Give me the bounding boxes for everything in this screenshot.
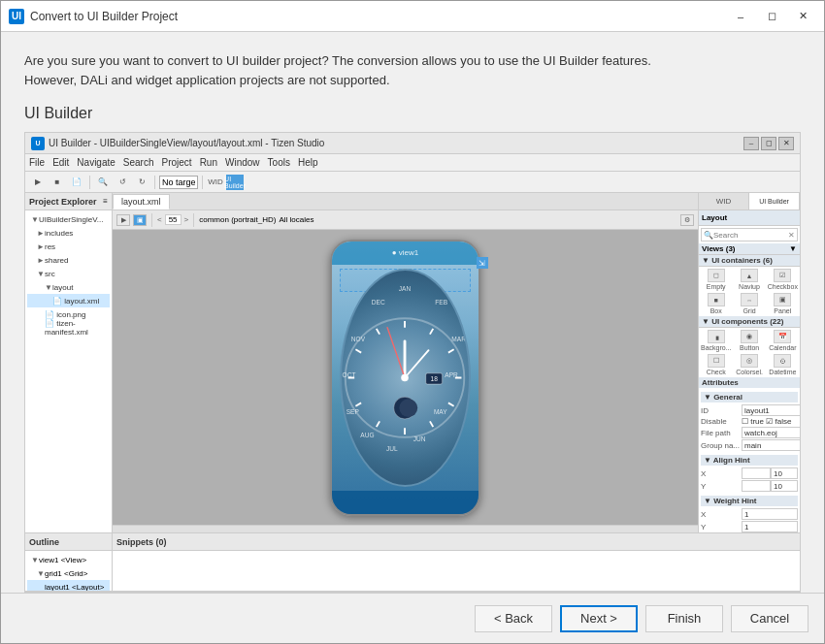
- zoom-left[interactable]: <: [157, 215, 162, 224]
- groupname-row: Group na...: [701, 439, 798, 451]
- screenshot-container: U UI Builder - UIBuilderSingleView/layou…: [24, 132, 801, 592]
- comp-check[interactable]: ☐Check: [700, 353, 733, 376]
- comp-checkbox[interactable]: ☑Checkbox: [767, 268, 799, 291]
- inner-maximize[interactable]: ◻: [761, 137, 776, 150]
- canvas-btn-pointer[interactable]: ▶: [116, 214, 130, 226]
- question-text: Are you sure you want to convert to UI b…: [24, 51, 801, 89]
- title-bar: UI Convert to UI Builder Project – ◻ ✕: [1, 1, 824, 32]
- views-expand-icon[interactable]: ▼: [789, 244, 797, 253]
- inner-close[interactable]: ✕: [778, 137, 794, 150]
- weight-x-input[interactable]: [742, 508, 798, 520]
- align-x-val[interactable]: [771, 467, 798, 479]
- toolbar-btn-6[interactable]: ↻: [133, 175, 150, 190]
- weight-y-input[interactable]: [742, 521, 798, 532]
- pe-menu-icon[interactable]: ≡: [103, 197, 108, 206]
- menu-search[interactable]: Search: [123, 157, 154, 168]
- inner-window: U UI Builder - UIBuilderSingleView/layou…: [25, 133, 800, 591]
- comp-naviup[interactable]: ▲Naviup: [733, 268, 765, 291]
- canvas-area: ● view1 J: [113, 230, 698, 525]
- title-bar-controls: – ◻ ✕: [727, 7, 816, 26]
- comp-calendar[interactable]: 📅Calendar: [767, 329, 799, 352]
- tab-wid[interactable]: WID: [699, 193, 749, 209]
- outline-view1: ▼ view1 <View>: [27, 553, 110, 566]
- comp-grid[interactable]: ⎓Grid: [733, 292, 765, 315]
- menu-navigate[interactable]: Navigate: [77, 157, 115, 168]
- ui-components-header[interactable]: ▼ UI components (22): [699, 316, 800, 328]
- toolbar-btn-1[interactable]: ▶: [29, 175, 47, 190]
- id-input[interactable]: [742, 404, 800, 416]
- toolbar-btn-5[interactable]: ↺: [114, 175, 131, 190]
- menu-help[interactable]: Help: [298, 157, 318, 168]
- comp-button[interactable]: ◉Button: [734, 329, 766, 352]
- inner-window-icon: U: [31, 137, 45, 150]
- menu-tools[interactable]: Tools: [268, 157, 290, 168]
- ui-containers-header[interactable]: ▼ UI containers (6): [699, 255, 800, 267]
- tree-layout: ▼ layout: [27, 280, 110, 294]
- align-x-input[interactable]: [742, 467, 771, 479]
- svg-line-14: [430, 328, 433, 334]
- resize-handle[interactable]: ⇲: [477, 257, 488, 269]
- snippets-panel: Snippets (0): [113, 533, 800, 591]
- inner-minimize[interactable]: –: [743, 137, 759, 150]
- zoom-right[interactable]: >: [184, 215, 189, 224]
- project-tree: ▼ UIBuilderSingleV... ► includes ► res: [25, 210, 112, 532]
- groupname-input[interactable]: [742, 439, 800, 451]
- comp-datetime[interactable]: ⏲Datetime: [767, 353, 799, 376]
- svg-line-26: [405, 350, 429, 377]
- comp-box[interactable]: ■Box: [700, 292, 732, 315]
- minimize-button[interactable]: –: [727, 7, 754, 26]
- target-input[interactable]: [159, 176, 198, 189]
- comp-background[interactable]: ▗Backgro...: [700, 329, 733, 352]
- search-clear-icon[interactable]: ✕: [788, 231, 795, 240]
- toolbar-btn-3[interactable]: 📄: [68, 175, 85, 190]
- layout-section-header: Layout: [699, 210, 800, 226]
- weight-hint-header: ▼ Weight Hint: [701, 496, 798, 506]
- tree-layout-xml[interactable]: 📄 layout.xml: [27, 294, 110, 307]
- align-y-input[interactable]: [742, 480, 771, 492]
- align-hint-header: ▼ Align Hint: [701, 455, 798, 466]
- weight-x-row: X: [701, 508, 798, 520]
- align-y-val[interactable]: [771, 480, 798, 492]
- right-panel: WID UI Builder Layout 🔍 ✕: [698, 193, 800, 532]
- menu-project[interactable]: Project: [162, 157, 192, 168]
- next-button[interactable]: Next >: [560, 605, 638, 632]
- align-y-row: Y: [701, 480, 798, 492]
- filepath-input[interactable]: [742, 427, 800, 438]
- toolbar-btn-7[interactable]: WID: [207, 175, 224, 190]
- menu-file[interactable]: File: [29, 157, 45, 168]
- menu-run[interactable]: Run: [200, 157, 217, 168]
- disable-row: Disable ☐ true ☑ false: [701, 417, 798, 426]
- finish-button[interactable]: Finish: [645, 605, 723, 632]
- horizontal-scrollbar[interactable]: [113, 525, 698, 532]
- ui-containers-grid: ◻Empty ▲Naviup ☑Checkbox ■Box ⎓Grid ▣Pan…: [699, 267, 800, 316]
- back-button[interactable]: < Back: [475, 605, 552, 632]
- tree-manifest: 📄 tizen-manifest.xml: [27, 321, 110, 335]
- toolbar-btn-2[interactable]: ■: [49, 175, 66, 190]
- weight-y-row: Y: [701, 521, 798, 532]
- align-hint-section: ▼ Align Hint X Y: [701, 455, 798, 492]
- canvas-btn-settings[interactable]: ⚙: [680, 214, 694, 226]
- search-bar: 🔍 ✕: [701, 228, 798, 242]
- cancel-button[interactable]: Cancel: [731, 605, 808, 632]
- tab-ui-builder[interactable]: UI Builder: [749, 193, 800, 209]
- watch-footer: [332, 491, 478, 514]
- comp-colorsel[interactable]: ◎Colorsel.: [734, 353, 766, 376]
- toolbar-separator-3: [202, 176, 203, 189]
- outline-layout1[interactable]: layout1 <Layout>: [27, 580, 110, 592]
- content-area: Are you sure you want to convert to UI b…: [1, 32, 824, 592]
- search-input[interactable]: [713, 231, 788, 240]
- menu-edit[interactable]: Edit: [52, 157, 69, 168]
- toolbar-btn-4[interactable]: 🔍: [94, 175, 112, 190]
- tree-shared: ► shared: [27, 253, 110, 267]
- align-x-row: X: [701, 467, 798, 479]
- search-icon: 🔍: [704, 231, 713, 240]
- menu-window[interactable]: Window: [225, 157, 260, 168]
- canvas-btn-select[interactable]: ▣: [133, 214, 147, 226]
- comp-panel[interactable]: ▣Panel: [767, 292, 799, 315]
- svg-line-24: [377, 328, 380, 334]
- maximize-button[interactable]: ◻: [758, 7, 785, 26]
- toolbar-btn-8[interactable]: UI Builder: [226, 175, 244, 190]
- tab-layout-xml[interactable]: layout.xml: [113, 194, 170, 209]
- comp-empty[interactable]: ◻Empty: [700, 268, 732, 291]
- close-button[interactable]: ✕: [789, 7, 816, 26]
